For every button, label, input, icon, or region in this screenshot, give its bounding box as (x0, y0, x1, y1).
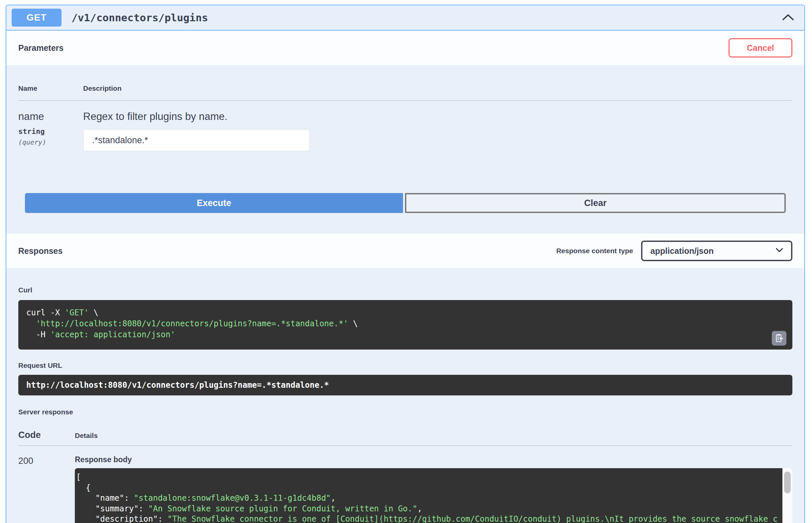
chevron-up-icon (782, 14, 794, 22)
divider (18, 446, 792, 446)
parameters-body: Name Description name string (query) Reg… (6, 65, 804, 213)
cancel-button[interactable]: Cancel (728, 38, 792, 57)
chevron-down-icon (776, 248, 783, 254)
copy-to-clipboard-button[interactable] (772, 331, 787, 346)
request-url-block: http://localhost:8080/v1/connectors/plug… (18, 375, 792, 395)
clear-button[interactable]: Clear (405, 193, 786, 213)
param-description: Regex to filter plugins by name. (83, 111, 792, 123)
response-content-type-label: Response content type (556, 247, 633, 255)
operation-summary[interactable]: GET /v1/connectors/plugins (6, 5, 804, 31)
execute-row: Execute Clear (25, 193, 786, 213)
scrollbar-thumb[interactable] (784, 471, 791, 493)
parameters-header: Parameters Cancel (6, 31, 804, 65)
col-header-code: Code (18, 430, 75, 440)
curl-command-text: curl -X 'GET' \ 'http://localhost:8080/v… (26, 307, 784, 340)
responses-title: Responses (18, 246, 63, 256)
response-row: 200 Response body [ { "name": "standalon… (18, 455, 792, 523)
status-code: 200 (18, 455, 75, 523)
swagger-operation-page: GET /v1/connectors/plugins Parameters Ca… (0, 0, 812, 523)
method-badge: GET (12, 8, 61, 26)
parameter-row: name string (query) Regex to filter plug… (18, 111, 792, 151)
response-body-code: [ { "name": "standalone:snowflake@v0.3.1… (75, 468, 782, 523)
divider (18, 100, 792, 101)
server-response-label: Server response (18, 408, 792, 416)
content-type-select[interactable]: application/json (641, 240, 792, 261)
responses-body: Curl curl -X 'GET' \ 'http://localhost:8… (6, 286, 804, 523)
param-type: string (18, 127, 83, 136)
col-header-name: Name (18, 85, 83, 92)
collapse-button[interactable] (777, 12, 799, 24)
execute-button[interactable]: Execute (25, 193, 403, 213)
clipboard-icon (774, 333, 784, 344)
curl-command: curl -X 'GET' \ 'http://localhost:8080/v… (18, 300, 792, 349)
response-table-head: Code Details (18, 430, 792, 440)
response-body-text: [ { "name": "standalone:snowflake@v0.3.1… (76, 472, 782, 523)
col-header-details: Details (75, 432, 98, 439)
param-in: (query) (18, 138, 83, 146)
opblock-get: GET /v1/connectors/plugins Parameters Ca… (6, 5, 805, 523)
endpoint-path: /v1/connectors/plugins (71, 12, 208, 23)
response-scrollbar[interactable] (782, 468, 792, 523)
curl-label: Curl (18, 286, 792, 294)
responses-header: Responses Response content type applicat… (6, 234, 804, 268)
request-url-value: http://localhost:8080/v1/connectors/plug… (26, 380, 329, 390)
col-header-description: Description (83, 85, 122, 92)
request-url-label: Request URL (18, 361, 792, 369)
parameters-title: Parameters (18, 43, 64, 53)
param-value-input[interactable] (83, 129, 310, 151)
param-name: name (18, 111, 83, 123)
parameters-table-head: Name Description (18, 85, 792, 92)
content-type-value: application/json (650, 246, 713, 256)
response-body-label: Response body (75, 455, 792, 464)
